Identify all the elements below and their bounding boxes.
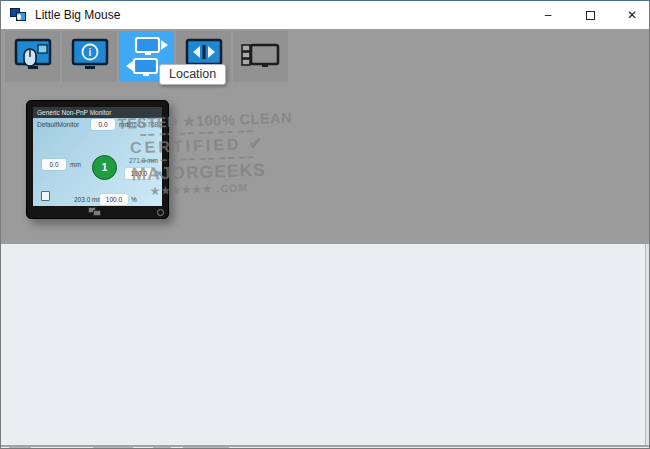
minimize-button[interactable]: –	[527, 1, 569, 29]
toolbar-button-info[interactable]: i	[62, 31, 117, 82]
monitor-info-icon: i	[68, 36, 112, 78]
close-icon: ✕	[627, 9, 637, 21]
maximize-icon	[586, 11, 595, 20]
majorgeeks-watermark: TESTED ★100% CLEAN ▬▬ ▬▬ ▬▬ ▬▬ ▬▬ ▬▬ CER…	[118, 110, 279, 197]
bezel-monitors-icon	[88, 207, 102, 216]
monitor-height-mm: 203.0 mm	[74, 196, 103, 203]
monitor-left-unit: mm	[70, 161, 81, 168]
power-icon	[157, 209, 164, 216]
little-big-mouse-window: Little Big Mouse – ✕	[0, 0, 650, 449]
monitor-mouse-icon	[11, 36, 55, 78]
monitor-list-icon	[239, 36, 283, 78]
monitor-name: DefaultMonitor	[37, 121, 79, 128]
monitor-number-badge: 1	[92, 155, 117, 180]
maximize-button[interactable]	[569, 1, 611, 29]
scrollbar-track[interactable]	[645, 244, 650, 445]
window-title: Little Big Mouse	[35, 8, 120, 22]
close-button[interactable]: ✕	[611, 1, 650, 29]
location-tooltip: Location	[159, 64, 226, 85]
minimize-icon: –	[545, 9, 552, 21]
preview-area: i	[1, 29, 650, 244]
svg-text:i: i	[88, 47, 91, 58]
titlebar: Little Big Mouse – ✕	[1, 1, 650, 29]
page-icon[interactable]	[41, 191, 50, 201]
monitor-top-offset-field[interactable]: 0.0	[91, 119, 115, 130]
toolbar-button-layout[interactable]	[5, 31, 60, 82]
settings-panel: Max travel distance 200 ∧ ∨ Horizontal L…	[1, 244, 650, 445]
monitor-left-offset-field[interactable]: 0.0	[42, 159, 66, 170]
toolbar-button-monitor-list[interactable]	[233, 31, 288, 82]
app-icon	[10, 8, 26, 22]
